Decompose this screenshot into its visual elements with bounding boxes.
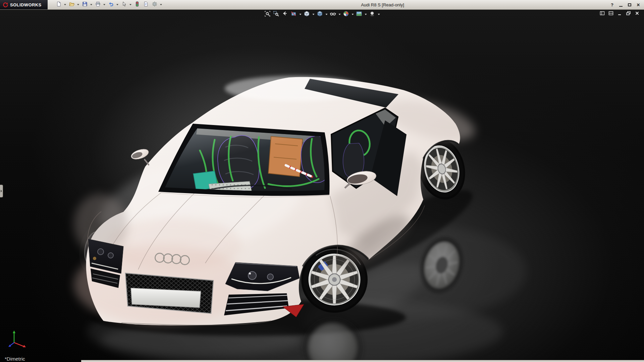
apply-scene-icon [356, 11, 362, 18]
file-properties-button[interactable] [142, 1, 150, 9]
window-title: Audi R8 S [Read-only] [361, 2, 404, 7]
dassault-3ds-logo-icon [3, 2, 8, 8]
zoom-to-fit-icon [265, 11, 271, 18]
doc-close-icon [635, 11, 640, 17]
rebuild-button[interactable] [133, 1, 141, 9]
zoom-to-fit-button[interactable] [264, 11, 272, 18]
help-button[interactable]: ? [608, 1, 616, 8]
doc-restore-icon [626, 11, 631, 17]
document-window-controls [599, 11, 641, 17]
new-dropdown-arrow[interactable] [63, 1, 67, 9]
save-dropdown-arrow[interactable] [89, 1, 93, 9]
split-pane-horizontal-icon [608, 11, 613, 17]
edit-appearance-button[interactable] [342, 11, 350, 18]
open-dropdown-arrow[interactable] [76, 1, 80, 9]
model-render-audi-r8[interactable] [0, 10, 644, 362]
new-button[interactable] [54, 1, 63, 9]
view-settings-icon [369, 11, 375, 18]
rebuild-icon [135, 1, 140, 8]
select-dropdown-arrow[interactable] [128, 1, 132, 9]
split-pane-vertical-button[interactable] [599, 11, 606, 17]
zoom-to-area-button[interactable] [272, 11, 280, 18]
menu-bar-toolbar [54, 1, 163, 9]
display-style-dropdown-arrow[interactable] [325, 11, 328, 18]
window-controls: ? × [608, 0, 642, 10]
featuremanager-collapsed-tab[interactable] [0, 185, 3, 197]
graphics-area[interactable]: *Dimetric [0, 10, 644, 362]
section-view-icon [291, 11, 297, 18]
close-button[interactable]: × [635, 1, 642, 8]
save-icon [82, 1, 88, 8]
view-orientation-icon [304, 11, 310, 18]
license-plate [131, 288, 201, 308]
print-icon [95, 1, 101, 8]
doc-close-button[interactable] [634, 11, 641, 17]
maximize-icon [628, 3, 631, 6]
chevron-down-icon [64, 4, 66, 5]
display-style-icon [317, 11, 323, 18]
previous-view-icon [282, 11, 288, 18]
undo-button[interactable] [107, 1, 115, 9]
chevron-down-icon [160, 4, 162, 5]
apply-scene-button[interactable] [355, 11, 363, 18]
chevron-down-icon [325, 14, 327, 15]
chevron-down-icon [90, 4, 92, 5]
orientation-triad[interactable] [7, 327, 30, 351]
edit-appearance-icon [343, 11, 349, 18]
zoom-to-area-icon [273, 11, 279, 18]
split-pane-vertical-icon [600, 11, 605, 17]
chevron-down-icon [365, 14, 367, 15]
hide-show-items-icon [330, 11, 336, 18]
heads-up-view-toolbar [264, 11, 381, 18]
doc-restore-button[interactable] [625, 11, 632, 17]
edit-appearance-dropdown-arrow[interactable] [351, 11, 355, 18]
view-orientation-dropdown-arrow[interactable] [312, 11, 315, 18]
view-orientation-button[interactable] [303, 11, 311, 18]
apply-scene-dropdown-arrow[interactable] [364, 11, 368, 18]
hide-show-items-dropdown-arrow[interactable] [338, 11, 341, 18]
section-view-button[interactable] [290, 11, 298, 18]
undo-dropdown-arrow[interactable] [115, 1, 119, 9]
options-icon [152, 1, 157, 8]
options-button[interactable] [150, 1, 159, 9]
new-icon [56, 1, 61, 8]
split-pane-horizontal-button[interactable] [607, 11, 614, 17]
minimize-button[interactable] [617, 1, 625, 8]
options-dropdown-arrow[interactable] [159, 1, 163, 9]
chevron-down-icon [378, 14, 380, 15]
view-settings-button[interactable] [368, 11, 376, 18]
view-orientation-label: *Dimetric [5, 356, 25, 362]
open-icon [69, 1, 74, 8]
chevron-down-icon [116, 4, 118, 5]
expand-pane-icon [1, 190, 2, 192]
chevron-down-icon [312, 14, 314, 15]
print-dropdown-arrow[interactable] [102, 1, 106, 9]
solidworks-window: SOLIDWORKS Audi R8 S [Read-only] ? × [0, 0, 644, 362]
chevron-down-icon [352, 14, 354, 15]
chevron-down-icon [103, 4, 105, 5]
brand-text: SOLIDWORKS [10, 2, 42, 7]
minimize-icon [619, 6, 623, 7]
solidworks-logo: SOLIDWORKS [0, 0, 48, 9]
section-view-dropdown-arrow[interactable] [299, 11, 302, 18]
select-icon [121, 1, 127, 8]
print-button[interactable] [94, 1, 102, 9]
chevron-down-icon [77, 4, 79, 5]
hide-show-items-button[interactable] [329, 11, 337, 18]
undo-icon [108, 1, 114, 8]
horizontal-scrollbar[interactable] [81, 360, 644, 362]
chevron-down-icon [338, 14, 340, 15]
save-button[interactable] [80, 1, 89, 9]
display-style-button[interactable] [316, 11, 324, 18]
doc-minimize-icon [617, 11, 622, 17]
open-button[interactable] [67, 1, 76, 9]
chevron-down-icon [129, 4, 131, 5]
titlebar: SOLIDWORKS Audi R8 S [Read-only] ? × [0, 0, 644, 10]
select-button[interactable] [120, 1, 128, 9]
right-mirror[interactable] [130, 147, 150, 165]
view-settings-dropdown-arrow[interactable] [377, 11, 381, 18]
doc-minimize-button[interactable] [616, 11, 623, 17]
maximize-button[interactable] [626, 1, 633, 8]
chevron-down-icon [299, 14, 301, 15]
previous-view-button[interactable] [281, 11, 289, 18]
